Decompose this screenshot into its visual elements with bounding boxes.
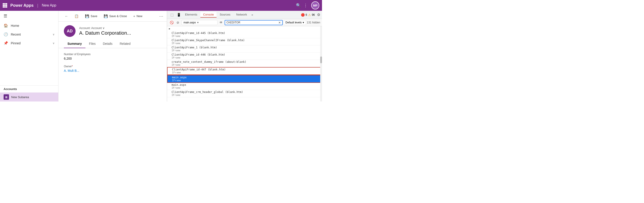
- employees-value: 6,200: [64, 57, 162, 60]
- owner-label: Owner*: [64, 65, 162, 68]
- save-close-icon: 💾: [104, 14, 108, 18]
- console-item-sub: IFrame: [172, 86, 320, 89]
- top-bar: Power Apps | New App 🔍 ⋮ MP: [0, 0, 322, 11]
- console-item-sub: IFrame: [172, 64, 320, 66]
- clear-console-button[interactable]: 🚫: [169, 20, 174, 25]
- top-bar-left: Power Apps | New App: [3, 3, 56, 8]
- owner-required-star: *: [72, 65, 73, 68]
- record-tabs: Summary Files Details Related: [64, 40, 162, 48]
- sidebar-subarea[interactable]: ▦ New Subarea: [0, 93, 58, 102]
- topbar-more-icon[interactable]: ⋮: [304, 3, 308, 8]
- devtools-toolbar: 🚫 ⊘ main.aspx ▾ 👁 ✕ Default levels ▾ 131…: [167, 19, 322, 26]
- console-item-sub: IFrame: [172, 79, 320, 82]
- sidebar: ☰ 🏠 Home 🕐 Recent ∨ 📌 Pinned ∨ Accounts …: [0, 11, 58, 102]
- accounts-section-header: Accounts: [0, 85, 58, 93]
- console-item-sub: IFrame: [172, 94, 320, 97]
- warn-icon: ⚠: [308, 13, 311, 17]
- console-item-main: main.aspx: [172, 83, 320, 86]
- console-item[interactable]: ClientApiFrame_1 (blank.htm)IFrame: [167, 46, 322, 53]
- title-divider: |: [37, 3, 38, 8]
- console-item-sub: IFrame: [172, 49, 320, 52]
- devtools-tab-elements[interactable]: Elements: [182, 12, 200, 18]
- hidden-count: 131 hidden: [307, 21, 320, 24]
- record-body: Number of Employees 6,200 Owner* A. Mult…: [58, 48, 167, 102]
- devtools-panel: ⬚ 📱 Elements Console Sources Network » 🔴…: [167, 11, 322, 102]
- save-button[interactable]: 💾 Save: [82, 13, 100, 20]
- subarea-icon: ▦: [4, 94, 9, 100]
- record-name: A. Datum Corporation...: [79, 30, 162, 36]
- owner-value[interactable]: A. Mult B...: [64, 69, 162, 73]
- devtools-device-icon[interactable]: 📱: [176, 12, 182, 18]
- field-owner: Owner* A. Mult B...: [64, 65, 162, 73]
- console-item[interactable]: ClientApiFrame_id-445 (blank.htm)IFrame: [167, 31, 322, 38]
- expand-arrow-icon: ▶: [169, 27, 170, 30]
- console-item-main: ClientApiFrame_SkypeChannelIFrame (blank…: [172, 39, 320, 42]
- commandbar-more-icon[interactable]: ⋯: [159, 14, 163, 19]
- filter-input[interactable]: [226, 21, 278, 24]
- sidebar-item-pinned[interactable]: 📌 Pinned ∨: [0, 39, 58, 48]
- sidebar-item-recent[interactable]: 🕐 Recent ∨: [0, 30, 58, 39]
- new-button[interactable]: + New: [130, 13, 145, 19]
- devtools-inspect-icon[interactable]: ⬚: [169, 12, 175, 18]
- console-item[interactable]: ClientApiFrame_SkypeChannelIFrame (blank…: [167, 38, 322, 46]
- scroll-indicator[interactable]: [320, 26, 322, 102]
- record-header: AD Account: Account ∨ A. Datum Corporati…: [58, 22, 167, 48]
- console-item-main: ClientApiFrame_id-446 (blank.htm): [172, 53, 320, 56]
- console-expand-row[interactable]: ▶: [167, 26, 322, 31]
- back-button[interactable]: ←: [62, 13, 71, 19]
- context-selector[interactable]: main.aspx ▾: [182, 20, 218, 25]
- console-item-main: ClientApiFrame_id-447 (blank.htm): [172, 68, 320, 71]
- sidebar-toggle[interactable]: ☰: [0, 11, 58, 21]
- save-icon: 💾: [85, 14, 89, 18]
- tab-details[interactable]: Details: [99, 40, 116, 48]
- back-icon: ←: [65, 14, 68, 18]
- devtools-tab-sources[interactable]: Sources: [217, 12, 233, 18]
- console-item-sub: IFrame: [172, 35, 320, 38]
- console-output[interactable]: ▶ ClientApiFrame_id-445 (blank.htm)IFram…: [167, 26, 322, 102]
- eye-button[interactable]: 👁: [218, 20, 224, 25]
- filter-input-wrapper: ✕: [225, 20, 283, 25]
- console-item-main: ClientApiFrame_id-445 (blank.htm): [172, 32, 320, 35]
- console-list: ClientApiFrame_id-445 (blank.htm)IFrameC…: [167, 31, 322, 97]
- devtools-settings-icon[interactable]: ⚙: [317, 13, 320, 17]
- error-count-badge: 🔴 6 ⚠ 96: [299, 13, 316, 17]
- level-selector[interactable]: Default levels ▾: [284, 20, 306, 25]
- subarea-label: New Subarea: [11, 95, 29, 99]
- level-label: Default levels: [286, 21, 302, 24]
- console-item[interactable]: ClientApiFrame_id-446 (blank.htm)IFrame: [167, 53, 322, 60]
- tab-summary[interactable]: Summary: [64, 40, 86, 48]
- tab-files[interactable]: Files: [86, 40, 100, 48]
- console-item[interactable]: create_note_content_dummy_iframe (about:…: [167, 60, 322, 67]
- scroll-thumb[interactable]: [320, 57, 322, 63]
- devtools-more-tabs-icon[interactable]: »: [250, 12, 254, 17]
- console-item[interactable]: ClientApiFrame_crm_header_global (blank.…: [167, 90, 322, 97]
- stop-recording-button[interactable]: ⊘: [175, 20, 180, 25]
- console-item[interactable]: main.aspxIFrame: [167, 83, 322, 90]
- console-item-main: main.aspx: [172, 76, 320, 79]
- app-name: New App: [42, 3, 56, 8]
- app-title: Power Apps: [10, 3, 34, 8]
- waffle-icon[interactable]: [3, 3, 7, 8]
- save-close-button[interactable]: 💾 Save & Close: [101, 13, 130, 20]
- tab-related[interactable]: Related: [116, 40, 134, 48]
- recent-chevron-icon: ∨: [52, 33, 55, 36]
- context-chevron-icon: ▾: [197, 21, 198, 24]
- filter-clear-icon[interactable]: ✕: [278, 21, 281, 24]
- record-avatar: AD: [64, 25, 76, 37]
- console-item[interactable]: main.aspxIFrame: [167, 75, 322, 83]
- console-item[interactable]: ClientApiFrame_id-447 (blank.htm)IFrame: [167, 67, 322, 75]
- user-avatar[interactable]: MP: [311, 1, 319, 10]
- devtools-tab-console[interactable]: Console: [200, 12, 216, 18]
- employees-label: Number of Employees: [64, 53, 162, 56]
- console-item-main: ClientApiFrame_crm_header_global (blank.…: [172, 90, 320, 94]
- form-button[interactable]: 📋: [72, 13, 82, 20]
- console-item-main: create_note_content_dummy_iframe (about:…: [172, 60, 320, 64]
- devtools-tabs-bar: ⬚ 📱 Elements Console Sources Network » 🔴…: [167, 11, 322, 19]
- search-icon[interactable]: 🔍: [296, 3, 301, 8]
- devtools-tab-network[interactable]: Network: [234, 12, 250, 18]
- home-icon: 🏠: [4, 24, 8, 28]
- command-bar: ← 📋 💾 Save 💾 Save & Close + New ⋯: [58, 11, 167, 22]
- sidebar-item-home[interactable]: 🏠 Home: [0, 21, 58, 30]
- console-item-sub: IFrame: [172, 71, 320, 74]
- content-area: ← 📋 💾 Save 💾 Save & Close + New ⋯: [58, 11, 167, 102]
